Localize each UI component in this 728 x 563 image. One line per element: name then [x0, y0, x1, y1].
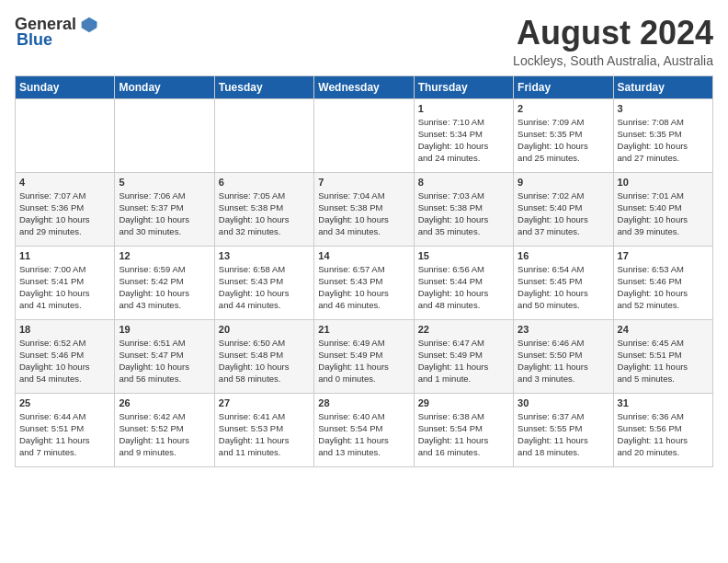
day-info: Sunrise: 6:37 AM Sunset: 5:55 PM Dayligh… [518, 410, 609, 459]
day-info: Sunrise: 7:05 AM Sunset: 5:38 PM Dayligh… [219, 190, 310, 238]
day-info: Sunrise: 6:49 AM Sunset: 5:49 PM Dayligh… [318, 337, 409, 385]
day-cell: 24Sunrise: 6:45 AM Sunset: 5:51 PM Dayli… [613, 319, 712, 393]
svg-marker-0 [82, 17, 97, 32]
day-cell: 1Sunrise: 7:10 AM Sunset: 5:34 PM Daylig… [414, 98, 513, 172]
day-number: 25 [19, 397, 110, 408]
day-info: Sunrise: 6:47 AM Sunset: 5:49 PM Dayligh… [418, 337, 509, 385]
day-number: 31 [618, 397, 709, 408]
day-cell: 27Sunrise: 6:41 AM Sunset: 5:53 PM Dayli… [214, 393, 313, 466]
day-number: 1 [418, 103, 509, 114]
day-cell: 29Sunrise: 6:38 AM Sunset: 5:54 PM Dayli… [414, 393, 513, 466]
day-cell: 5Sunrise: 7:06 AM Sunset: 5:37 PM Daylig… [115, 172, 214, 246]
day-info: Sunrise: 7:08 AM Sunset: 5:35 PM Dayligh… [618, 116, 709, 165]
day-info: Sunrise: 7:00 AM Sunset: 5:41 PM Dayligh… [19, 263, 110, 312]
day-number: 6 [219, 177, 310, 188]
day-cell [214, 98, 313, 172]
day-cell: 17Sunrise: 6:53 AM Sunset: 5:46 PM Dayli… [613, 246, 712, 319]
day-cell: 19Sunrise: 6:51 AM Sunset: 5:47 PM Dayli… [115, 319, 214, 393]
day-cell: 30Sunrise: 6:37 AM Sunset: 5:55 PM Dayli… [514, 393, 613, 466]
day-info: Sunrise: 7:03 AM Sunset: 5:38 PM Dayligh… [418, 190, 509, 238]
day-number: 3 [618, 103, 709, 114]
day-cell: 7Sunrise: 7:04 AM Sunset: 5:38 PM Daylig… [314, 172, 414, 246]
week-row-3: 11Sunrise: 7:00 AM Sunset: 5:41 PM Dayli… [16, 246, 713, 319]
day-info: Sunrise: 6:50 AM Sunset: 5:48 PM Dayligh… [219, 337, 310, 385]
day-cell: 10Sunrise: 7:01 AM Sunset: 5:40 PM Dayli… [613, 172, 712, 246]
day-info: Sunrise: 7:04 AM Sunset: 5:38 PM Dayligh… [318, 190, 409, 238]
title-block: August 2024 Lockleys, South Australia, A… [513, 15, 713, 68]
day-info: Sunrise: 6:41 AM Sunset: 5:53 PM Dayligh… [219, 410, 310, 459]
day-info: Sunrise: 7:06 AM Sunset: 5:37 PM Dayligh… [119, 190, 210, 238]
col-header-monday: Monday [115, 75, 214, 98]
day-cell [115, 98, 214, 172]
day-info: Sunrise: 7:07 AM Sunset: 5:36 PM Dayligh… [19, 190, 110, 238]
day-info: Sunrise: 6:59 AM Sunset: 5:42 PM Dayligh… [119, 263, 210, 312]
day-number: 16 [518, 250, 609, 261]
day-number: 28 [318, 397, 409, 408]
day-number: 14 [318, 250, 409, 261]
day-cell: 25Sunrise: 6:44 AM Sunset: 5:51 PM Dayli… [16, 393, 115, 466]
logo-blue-text: Blue [17, 30, 52, 50]
day-number: 15 [418, 250, 509, 261]
day-info: Sunrise: 6:56 AM Sunset: 5:44 PM Dayligh… [418, 263, 509, 312]
day-cell [16, 98, 115, 172]
day-info: Sunrise: 7:10 AM Sunset: 5:34 PM Dayligh… [418, 116, 509, 165]
col-header-thursday: Thursday [414, 75, 513, 98]
day-number: 9 [518, 177, 609, 188]
day-cell: 20Sunrise: 6:50 AM Sunset: 5:48 PM Dayli… [214, 319, 313, 393]
day-number: 2 [518, 103, 609, 114]
day-cell: 22Sunrise: 6:47 AM Sunset: 5:49 PM Dayli… [414, 319, 513, 393]
logo-icon [80, 16, 98, 34]
calendar-table: SundayMondayTuesdayWednesdayThursdayFrid… [15, 75, 713, 467]
day-info: Sunrise: 6:58 AM Sunset: 5:43 PM Dayligh… [219, 263, 310, 312]
day-number: 20 [219, 324, 310, 335]
day-cell: 8Sunrise: 7:03 AM Sunset: 5:38 PM Daylig… [414, 172, 513, 246]
day-cell: 26Sunrise: 6:42 AM Sunset: 5:52 PM Dayli… [115, 393, 214, 466]
day-cell: 15Sunrise: 6:56 AM Sunset: 5:44 PM Dayli… [414, 246, 513, 319]
month-year: August 2024 [513, 15, 713, 52]
day-number: 29 [418, 397, 509, 408]
day-cell: 31Sunrise: 6:36 AM Sunset: 5:56 PM Dayli… [613, 393, 712, 466]
day-number: 18 [19, 324, 110, 335]
day-cell: 18Sunrise: 6:52 AM Sunset: 5:46 PM Dayli… [16, 319, 115, 393]
day-number: 5 [119, 177, 210, 188]
day-info: Sunrise: 6:38 AM Sunset: 5:54 PM Dayligh… [418, 410, 509, 459]
day-number: 11 [19, 250, 110, 261]
day-number: 26 [119, 397, 210, 408]
day-number: 13 [219, 250, 310, 261]
col-header-friday: Friday [514, 75, 613, 98]
day-info: Sunrise: 6:42 AM Sunset: 5:52 PM Dayligh… [119, 410, 210, 459]
col-header-sunday: Sunday [16, 75, 115, 98]
day-cell: 3Sunrise: 7:08 AM Sunset: 5:35 PM Daylig… [613, 98, 712, 172]
day-cell: 16Sunrise: 6:54 AM Sunset: 5:45 PM Dayli… [514, 246, 613, 319]
day-number: 23 [518, 324, 609, 335]
day-number: 4 [19, 177, 110, 188]
col-header-tuesday: Tuesday [214, 75, 313, 98]
day-info: Sunrise: 7:01 AM Sunset: 5:40 PM Dayligh… [618, 190, 709, 238]
day-cell: 6Sunrise: 7:05 AM Sunset: 5:38 PM Daylig… [214, 172, 313, 246]
day-number: 7 [318, 177, 409, 188]
day-info: Sunrise: 6:51 AM Sunset: 5:47 PM Dayligh… [119, 337, 210, 385]
day-number: 12 [119, 250, 210, 261]
day-cell: 14Sunrise: 6:57 AM Sunset: 5:43 PM Dayli… [314, 246, 414, 319]
day-cell: 21Sunrise: 6:49 AM Sunset: 5:49 PM Dayli… [314, 319, 414, 393]
day-info: Sunrise: 6:53 AM Sunset: 5:46 PM Dayligh… [618, 263, 709, 312]
week-row-5: 25Sunrise: 6:44 AM Sunset: 5:51 PM Dayli… [16, 393, 713, 466]
col-header-wednesday: Wednesday [314, 75, 414, 98]
day-info: Sunrise: 6:45 AM Sunset: 5:51 PM Dayligh… [618, 337, 709, 385]
col-header-saturday: Saturday [613, 75, 712, 98]
day-number: 22 [418, 324, 509, 335]
day-cell: 4Sunrise: 7:07 AM Sunset: 5:36 PM Daylig… [16, 172, 115, 246]
column-headers: SundayMondayTuesdayWednesdayThursdayFrid… [16, 75, 713, 98]
day-info: Sunrise: 7:09 AM Sunset: 5:35 PM Dayligh… [518, 116, 609, 165]
day-info: Sunrise: 6:54 AM Sunset: 5:45 PM Dayligh… [518, 263, 609, 312]
day-info: Sunrise: 6:44 AM Sunset: 5:51 PM Dayligh… [19, 410, 110, 459]
day-cell [314, 98, 414, 172]
page-header: General Blue August 2024 Lockleys, South… [15, 15, 713, 68]
day-info: Sunrise: 6:40 AM Sunset: 5:54 PM Dayligh… [318, 410, 409, 459]
week-row-2: 4Sunrise: 7:07 AM Sunset: 5:36 PM Daylig… [16, 172, 713, 246]
logo: General Blue [15, 15, 98, 50]
day-number: 21 [318, 324, 409, 335]
day-number: 30 [518, 397, 609, 408]
location: Lockleys, South Australia, Australia [513, 53, 713, 68]
day-cell: 23Sunrise: 6:46 AM Sunset: 5:50 PM Dayli… [514, 319, 613, 393]
